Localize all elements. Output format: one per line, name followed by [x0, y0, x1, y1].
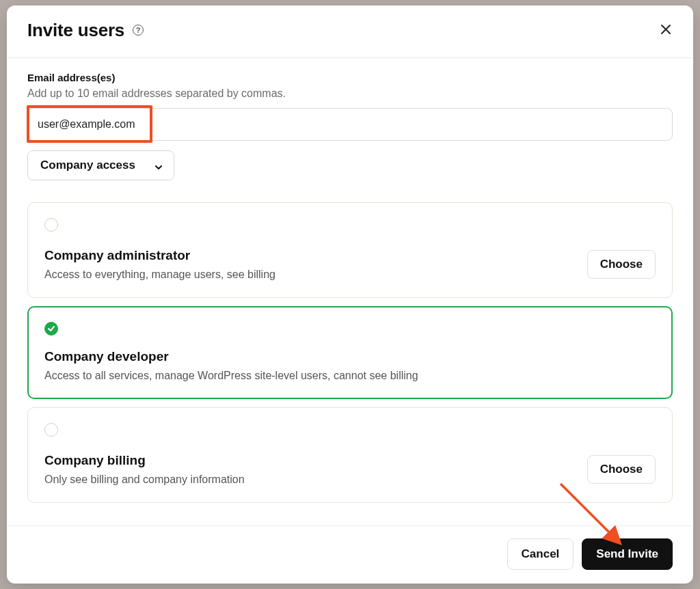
invite-users-modal: Invite users ? Email address(es) Add up … — [7, 5, 693, 584]
radio-icon — [44, 423, 58, 437]
radio-icon — [44, 218, 58, 232]
chevron-down-icon — [154, 161, 163, 169]
company-access-dropdown[interactable]: Company access — [27, 150, 174, 180]
modal-title: Invite users — [27, 20, 124, 41]
close-button[interactable] — [656, 19, 675, 41]
email-hint: Add up to 10 email addresses separated b… — [27, 87, 673, 100]
radio-checked-icon — [44, 322, 58, 335]
modal-footer: Cancel Send Invite — [7, 525, 693, 584]
role-description: Access to all services, manage WordPress… — [44, 370, 418, 382]
modal-header: Invite users ? — [7, 5, 693, 58]
send-invite-button[interactable]: Send Invite — [582, 538, 673, 570]
email-label: Email address(es) — [27, 72, 673, 83]
modal-body: Email address(es) Add up to 10 email add… — [7, 58, 693, 525]
role-card-developer[interactable]: Company developer Access to all services… — [27, 306, 673, 399]
cancel-button[interactable]: Cancel — [507, 538, 574, 570]
role-card-admin[interactable]: Company administrator Access to everythi… — [27, 202, 673, 298]
email-input[interactable] — [27, 108, 673, 141]
role-description: Only see billing and company information — [44, 474, 245, 486]
choose-button[interactable]: Choose — [587, 455, 656, 484]
company-access-label: Company access — [40, 159, 135, 172]
role-card-billing[interactable]: Company billing Only see billing and com… — [27, 407, 673, 503]
role-title: Company administrator — [44, 248, 275, 263]
role-description: Access to everything, manage users, see … — [44, 269, 275, 281]
close-icon — [660, 23, 671, 38]
role-title: Company billing — [44, 453, 245, 468]
choose-button[interactable]: Choose — [587, 250, 656, 279]
help-icon[interactable]: ? — [133, 25, 144, 36]
role-title: Company developer — [44, 349, 418, 364]
